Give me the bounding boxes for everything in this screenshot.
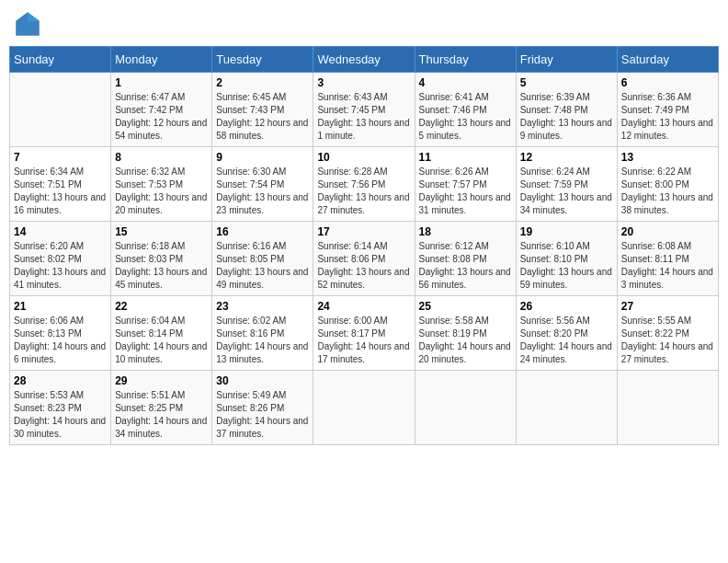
- calendar-cell: 28Sunrise: 5:53 AM Sunset: 8:23 PM Dayli…: [10, 371, 111, 445]
- day-number: 8: [115, 151, 208, 164]
- calendar-cell: 3Sunrise: 6:43 AM Sunset: 7:45 PM Daylig…: [313, 73, 415, 147]
- calendar-cell: 13Sunrise: 6:22 AM Sunset: 8:00 PM Dayli…: [617, 147, 718, 222]
- day-info: Sunrise: 5:58 AM Sunset: 8:19 PM Dayligh…: [419, 315, 512, 366]
- day-info: Sunrise: 6:10 AM Sunset: 8:10 PM Dayligh…: [520, 240, 613, 292]
- day-number: 10: [317, 151, 410, 164]
- calendar-cell: [10, 73, 111, 147]
- calendar-cell: 21Sunrise: 6:06 AM Sunset: 8:13 PM Dayli…: [10, 296, 111, 371]
- day-number: 20: [621, 225, 714, 238]
- day-info: Sunrise: 6:36 AM Sunset: 7:49 PM Dayligh…: [621, 91, 714, 143]
- day-number: 3: [317, 76, 410, 89]
- calendar-cell: 11Sunrise: 6:26 AM Sunset: 7:57 PM Dayli…: [415, 147, 516, 222]
- day-info: Sunrise: 6:45 AM Sunset: 7:43 PM Dayligh…: [216, 91, 309, 143]
- calendar-cell: [415, 371, 516, 445]
- day-number: 28: [14, 374, 107, 387]
- day-info: Sunrise: 6:08 AM Sunset: 8:11 PM Dayligh…: [621, 240, 714, 292]
- calendar-week-row: 1Sunrise: 6:47 AM Sunset: 7:42 PM Daylig…: [10, 73, 719, 147]
- calendar-cell: 23Sunrise: 6:02 AM Sunset: 8:16 PM Dayli…: [212, 296, 313, 371]
- calendar-cell: [313, 371, 415, 445]
- calendar-cell: 14Sunrise: 6:20 AM Sunset: 8:02 PM Dayli…: [10, 222, 111, 296]
- svg-marker-1: [28, 12, 40, 21]
- day-info: Sunrise: 6:30 AM Sunset: 7:54 PM Dayligh…: [216, 166, 309, 217]
- logo: [13, 9, 46, 39]
- calendar-week-row: 14Sunrise: 6:20 AM Sunset: 8:02 PM Dayli…: [10, 222, 719, 296]
- day-of-week-header: Monday: [111, 47, 212, 73]
- day-info: Sunrise: 6:20 AM Sunset: 8:02 PM Dayligh…: [14, 240, 107, 292]
- day-number: 5: [520, 76, 613, 89]
- day-of-week-header: Friday: [516, 47, 617, 73]
- calendar-cell: 20Sunrise: 6:08 AM Sunset: 8:11 PM Dayli…: [617, 222, 718, 296]
- day-number: 24: [317, 300, 410, 313]
- day-number: 26: [520, 300, 613, 313]
- day-number: 1: [115, 76, 208, 89]
- day-of-week-header: Saturday: [617, 47, 718, 73]
- day-info: Sunrise: 6:00 AM Sunset: 8:17 PM Dayligh…: [317, 315, 410, 366]
- day-number: 30: [216, 374, 309, 387]
- page-header: [9, 9, 719, 39]
- day-info: Sunrise: 5:51 AM Sunset: 8:25 PM Dayligh…: [115, 389, 208, 441]
- calendar-cell: 8Sunrise: 6:32 AM Sunset: 7:53 PM Daylig…: [111, 147, 212, 222]
- day-info: Sunrise: 6:24 AM Sunset: 7:59 PM Dayligh…: [520, 166, 613, 217]
- calendar-cell: 7Sunrise: 6:34 AM Sunset: 7:51 PM Daylig…: [10, 147, 111, 222]
- day-info: Sunrise: 6:34 AM Sunset: 7:51 PM Dayligh…: [14, 166, 107, 217]
- calendar-cell: 12Sunrise: 6:24 AM Sunset: 7:59 PM Dayli…: [516, 147, 617, 222]
- calendar-table: SundayMondayTuesdayWednesdayThursdayFrid…: [9, 46, 719, 445]
- logo-icon: [13, 9, 42, 39]
- calendar-cell: 18Sunrise: 6:12 AM Sunset: 8:08 PM Dayli…: [415, 222, 516, 296]
- day-number: 21: [14, 300, 107, 313]
- day-number: 22: [115, 300, 208, 313]
- calendar-cell: [617, 371, 718, 445]
- day-number: 7: [14, 151, 107, 164]
- calendar-cell: 19Sunrise: 6:10 AM Sunset: 8:10 PM Dayli…: [516, 222, 617, 296]
- day-number: 15: [115, 225, 208, 238]
- calendar-week-row: 21Sunrise: 6:06 AM Sunset: 8:13 PM Dayli…: [10, 296, 719, 371]
- day-info: Sunrise: 6:43 AM Sunset: 7:45 PM Dayligh…: [317, 91, 410, 143]
- day-info: Sunrise: 6:39 AM Sunset: 7:48 PM Dayligh…: [520, 91, 613, 143]
- day-number: 16: [216, 225, 309, 238]
- calendar-cell: 6Sunrise: 6:36 AM Sunset: 7:49 PM Daylig…: [617, 73, 718, 147]
- day-info: Sunrise: 6:41 AM Sunset: 7:46 PM Dayligh…: [419, 91, 512, 143]
- day-info: Sunrise: 6:06 AM Sunset: 8:13 PM Dayligh…: [14, 315, 107, 366]
- calendar-cell: 24Sunrise: 6:00 AM Sunset: 8:17 PM Dayli…: [313, 296, 415, 371]
- day-info: Sunrise: 6:28 AM Sunset: 7:56 PM Dayligh…: [317, 166, 410, 217]
- day-info: Sunrise: 6:32 AM Sunset: 7:53 PM Dayligh…: [115, 166, 208, 217]
- day-info: Sunrise: 6:18 AM Sunset: 8:03 PM Dayligh…: [115, 240, 208, 292]
- day-info: Sunrise: 5:53 AM Sunset: 8:23 PM Dayligh…: [14, 389, 107, 441]
- calendar-week-row: 7Sunrise: 6:34 AM Sunset: 7:51 PM Daylig…: [10, 147, 719, 222]
- day-number: 14: [14, 225, 107, 238]
- day-number: 27: [621, 300, 714, 313]
- day-number: 23: [216, 300, 309, 313]
- calendar-cell: 22Sunrise: 6:04 AM Sunset: 8:14 PM Dayli…: [111, 296, 212, 371]
- day-info: Sunrise: 6:04 AM Sunset: 8:14 PM Dayligh…: [115, 315, 208, 366]
- day-info: Sunrise: 6:22 AM Sunset: 8:00 PM Dayligh…: [621, 166, 714, 217]
- calendar-cell: 5Sunrise: 6:39 AM Sunset: 7:48 PM Daylig…: [516, 73, 617, 147]
- day-of-week-header: Wednesday: [313, 47, 415, 73]
- day-number: 18: [419, 225, 512, 238]
- day-number: 4: [419, 76, 512, 89]
- day-info: Sunrise: 5:56 AM Sunset: 8:20 PM Dayligh…: [520, 315, 613, 366]
- day-info: Sunrise: 5:49 AM Sunset: 8:26 PM Dayligh…: [216, 389, 309, 441]
- day-info: Sunrise: 6:12 AM Sunset: 8:08 PM Dayligh…: [419, 240, 512, 292]
- calendar-cell: 2Sunrise: 6:45 AM Sunset: 7:43 PM Daylig…: [212, 73, 313, 147]
- calendar-cell: 17Sunrise: 6:14 AM Sunset: 8:06 PM Dayli…: [313, 222, 415, 296]
- calendar-cell: 16Sunrise: 6:16 AM Sunset: 8:05 PM Dayli…: [212, 222, 313, 296]
- day-number: 2: [216, 76, 309, 89]
- day-of-week-header: Sunday: [10, 47, 111, 73]
- calendar-cell: 15Sunrise: 6:18 AM Sunset: 8:03 PM Dayli…: [111, 222, 212, 296]
- calendar-week-row: 28Sunrise: 5:53 AM Sunset: 8:23 PM Dayli…: [10, 371, 719, 445]
- calendar-cell: 1Sunrise: 6:47 AM Sunset: 7:42 PM Daylig…: [111, 73, 212, 147]
- day-number: 29: [115, 374, 208, 387]
- day-info: Sunrise: 5:55 AM Sunset: 8:22 PM Dayligh…: [621, 315, 714, 366]
- day-of-week-header: Thursday: [415, 47, 516, 73]
- day-info: Sunrise: 6:14 AM Sunset: 8:06 PM Dayligh…: [317, 240, 410, 292]
- calendar-cell: 10Sunrise: 6:28 AM Sunset: 7:56 PM Dayli…: [313, 147, 415, 222]
- day-number: 25: [419, 300, 512, 313]
- calendar-cell: 29Sunrise: 5:51 AM Sunset: 8:25 PM Dayli…: [111, 371, 212, 445]
- calendar-cell: 4Sunrise: 6:41 AM Sunset: 7:46 PM Daylig…: [415, 73, 516, 147]
- day-number: 6: [621, 76, 714, 89]
- calendar-cell: 26Sunrise: 5:56 AM Sunset: 8:20 PM Dayli…: [516, 296, 617, 371]
- day-number: 12: [520, 151, 613, 164]
- day-number: 19: [520, 225, 613, 238]
- calendar-cell: [516, 371, 617, 445]
- calendar-cell: 27Sunrise: 5:55 AM Sunset: 8:22 PM Dayli…: [617, 296, 718, 371]
